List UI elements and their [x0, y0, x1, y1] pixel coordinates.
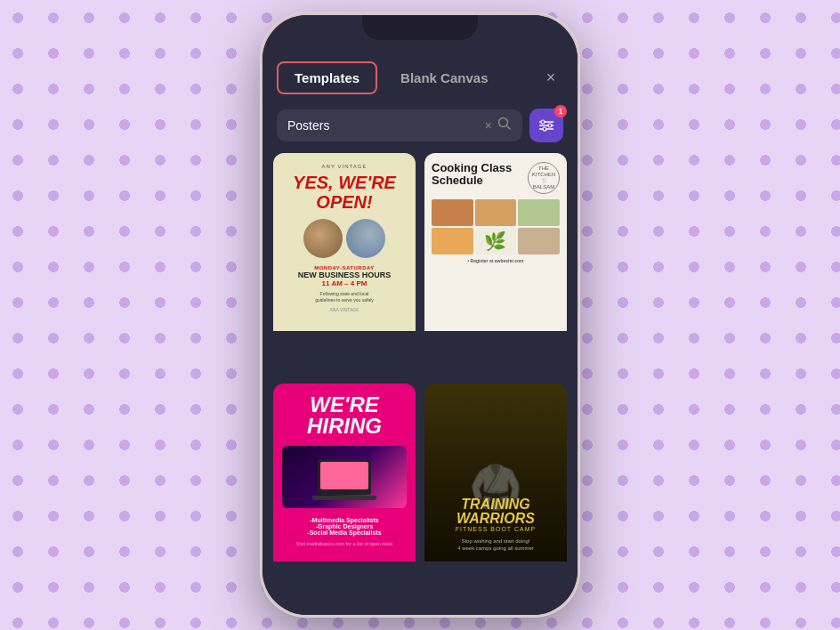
tpl-cooking-register: • Register at awbesite.com	[432, 258, 560, 263]
tpl-open-subtitle: ANY VINTAGE	[322, 164, 368, 169]
tpl-cooking-logo: THEKITCHEN🍴BALSAM	[528, 162, 560, 194]
tpl-open-hours: 11 AM – 4 PM	[298, 279, 392, 287]
tpl-cooking-title: Cooking Class Schedule	[432, 162, 528, 188]
tab-blank-canvas[interactable]: Blank Canvas	[384, 63, 504, 93]
filter-button[interactable]: 1	[529, 109, 563, 142]
tpl-warriors-subtitle: FITNESS BOOT CAMP	[456, 526, 536, 532]
tpl-warriors-title: TRAININGWARRIORS	[456, 497, 536, 526]
phone-notch	[362, 15, 478, 40]
tpl-hiring-role-2: -Social Media Specialists	[307, 529, 381, 536]
filter-badge: 1	[554, 105, 567, 117]
app-content: Templates Blank Canvas × Posters ×	[262, 15, 578, 615]
tpl-open-photo-1	[303, 219, 343, 258]
close-button[interactable]: ×	[538, 66, 563, 91]
phone-screen: Templates Blank Canvas × Posters ×	[262, 15, 578, 615]
svg-line-1	[507, 126, 511, 130]
search-bar: Posters ×	[277, 109, 563, 142]
tpl-open-photo-2	[346, 219, 385, 258]
search-icon[interactable]	[497, 117, 512, 134]
template-card-cooking[interactable]: Cooking Class Schedule THEKITCHEN🍴BALSAM	[424, 153, 567, 375]
template-card-open[interactable]: ANY VINTAGE YES, WE'RE OPEN! MONDAY-SATU…	[273, 153, 416, 375]
search-value: Posters	[287, 118, 480, 133]
tpl-open-title: YES, WE'RE OPEN!	[282, 173, 407, 212]
template-card-hiring[interactable]: WE'RE HIRING -Multimedia Specialists	[273, 384, 416, 605]
tpl-hiring-roles: -Multimedia Specialists -Graphic Designe…	[307, 517, 381, 536]
tpl-open-hours-label: NEW BUSINESS HOURS	[298, 271, 392, 279]
tpl-cooking-header: Cooking Class Schedule THEKITCHEN🍴BALSAM	[432, 162, 560, 194]
tab-templates[interactable]: Templates	[277, 61, 377, 94]
tab-bar: Templates Blank Canvas ×	[262, 51, 578, 103]
tpl-hiring-title: WE'RE HIRING	[282, 394, 407, 437]
tpl-hiring-role-1: -Graphic Designers	[307, 523, 381, 529]
search-clear-button[interactable]: ×	[485, 118, 492, 133]
tpl-warriors-desc: Stop wishing and start doing!4 week camp…	[456, 537, 536, 553]
tpl-cooking-images: 🌿	[432, 199, 560, 254]
tpl-open-desc: Following state and localguidelines to s…	[298, 291, 392, 303]
templates-grid: ANY VINTAGE YES, WE'RE OPEN! MONDAY-SATU…	[262, 153, 578, 615]
tpl-hiring-role-0: -Multimedia Specialists	[307, 517, 381, 523]
warriors-content: TRAININGWARRIORS FITNESS BOOT CAMP Stop …	[447, 489, 545, 561]
phone-device: Templates Blank Canvas × Posters ×	[260, 12, 580, 618]
tpl-hiring-footer: Visit mediabasics.com for a list of open…	[296, 541, 392, 546]
svg-point-6	[548, 124, 552, 127]
tpl-hiring-image	[282, 446, 407, 508]
tpl-open-footer: ANA VINTAGE	[298, 307, 392, 312]
svg-point-7	[543, 127, 546, 131]
template-card-warriors[interactable]: 🥋 TRAININGWARRIORS FITNESS BOOT CAMP Sto…	[424, 384, 567, 605]
svg-point-5	[541, 120, 545, 124]
search-input-wrapper: Posters ×	[277, 109, 522, 141]
